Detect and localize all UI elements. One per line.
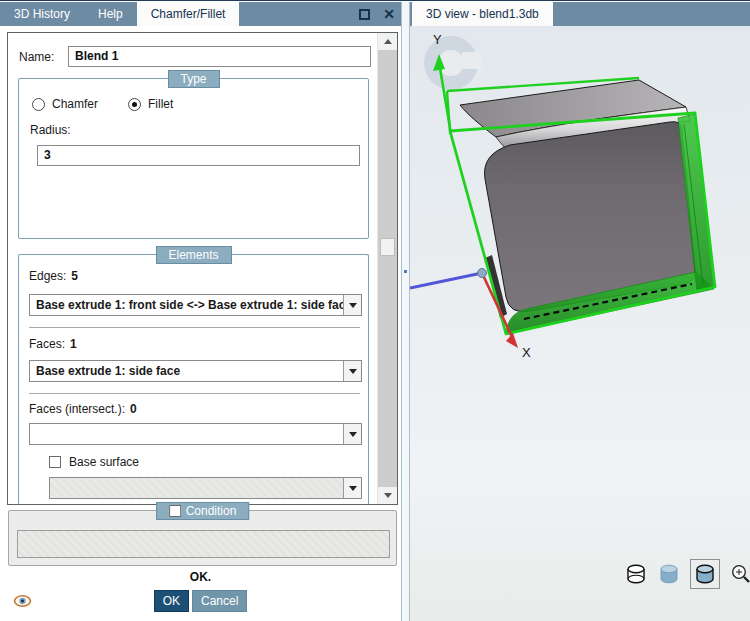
dialog-scrollbar[interactable] — [377, 33, 397, 504]
name-label: Name: — [19, 50, 61, 64]
dialog-scroll-area: Name: Blend 1 Type Chamfer — [7, 32, 398, 505]
tab-3d-view[interactable]: 3D view - blend1.3db — [412, 2, 553, 26]
splitter-handle[interactable] — [404, 270, 407, 273]
eye-icon[interactable] — [13, 593, 32, 612]
radio-chamfer-dot — [32, 98, 45, 111]
base-surface-dropdown — [49, 477, 362, 499]
tab-3d-history[interactable]: 3D History — [0, 2, 84, 26]
faces-label: Faces:1 — [29, 337, 77, 351]
edges-label: Edges:5 — [29, 269, 78, 283]
separator — [29, 327, 360, 328]
right-tab-bar: 3D view - blend1.3db — [410, 2, 750, 26]
faces-dropdown-arrow-icon[interactable] — [343, 361, 361, 381]
edges-dropdown[interactable]: Base extrude 1: front side <-> Base extr… — [29, 294, 362, 316]
render-mode-toolbar — [624, 559, 750, 589]
radius-input[interactable]: 3 — [37, 145, 360, 166]
type-group-title: Type — [167, 70, 219, 88]
dialog-panel: 3D History Help Chamfer/Fillet ✕ Name: B… — [0, 2, 401, 621]
radio-chamfer[interactable]: Chamfer — [32, 97, 98, 111]
close-icon[interactable]: ✕ — [383, 2, 395, 26]
shaded-mode-icon[interactable] — [657, 562, 681, 586]
radio-fillet-dot — [128, 98, 141, 111]
base-surface-checkbox[interactable] — [49, 456, 61, 468]
condition-group: Condition — [8, 510, 397, 566]
axis-y-label: Y — [433, 32, 442, 47]
left-tab-bar: 3D History Help Chamfer/Fillet ✕ — [0, 2, 401, 26]
radio-chamfer-label: Chamfer — [52, 97, 98, 111]
axis-x-label: X — [522, 345, 531, 360]
separator — [29, 393, 360, 394]
base-surface-dropdown-arrow-icon — [343, 478, 361, 498]
application-window: 3D History Help Chamfer/Fillet ✕ Name: B… — [0, 0, 750, 621]
scene-3d[interactable]: X Y — [410, 26, 750, 621]
faces-dropdown[interactable]: Base extrude 1: side face — [29, 360, 362, 382]
condition-input — [17, 530, 390, 558]
wireframe-mode-icon[interactable] — [624, 562, 648, 586]
scrollbar-thumb[interactable] — [380, 238, 395, 256]
scroll-up-icon[interactable] — [378, 33, 398, 50]
elements-group: Elements Edges:5 Base extrude 1: front s… — [18, 254, 369, 505]
elements-group-title: Elements — [155, 246, 231, 264]
name-input[interactable]: Blend 1 — [68, 46, 371, 67]
viewport-3d[interactable]: X Y — [410, 26, 750, 621]
condition-group-title: Condition — [156, 502, 250, 520]
faces-count: 1 — [70, 337, 77, 351]
maximize-icon[interactable] — [359, 9, 370, 20]
edges-dropdown-arrow-icon[interactable] — [343, 295, 361, 315]
origin-point[interactable] — [478, 269, 487, 278]
faces-intersect-dropdown[interactable] — [29, 423, 362, 445]
faces-intersect-label: Faces (intersect.):0 — [29, 402, 137, 416]
radio-fillet[interactable]: Fillet — [128, 97, 173, 111]
radio-fillet-label: Fillet — [148, 97, 173, 111]
scroll-down-icon[interactable] — [378, 487, 398, 504]
condition-checkbox[interactable] — [169, 505, 181, 517]
zoom-icon[interactable] — [729, 562, 750, 586]
cancel-button[interactable]: Cancel — [192, 590, 247, 612]
tab-help[interactable]: Help — [84, 2, 137, 26]
edges-count: 5 — [71, 269, 78, 283]
faces-intersect-count: 0 — [130, 402, 137, 416]
shaded-edges-mode-icon[interactable] — [690, 559, 720, 589]
panel-splitter[interactable] — [401, 2, 410, 621]
status-text: OK. — [0, 570, 401, 584]
base-surface-label: Base surface — [69, 455, 139, 469]
ok-button[interactable]: OK — [154, 590, 189, 612]
base-surface-row: Base surface — [49, 455, 139, 469]
type-group: Type Chamfer Fillet Radius: 3 — [18, 78, 369, 239]
faces-intersect-dropdown-arrow-icon[interactable] — [343, 424, 361, 444]
radius-label: Radius: — [30, 123, 71, 137]
tab-chamfer-fillet[interactable]: Chamfer/Fillet — [137, 2, 240, 26]
view-panel: 3D view - blend1.3db — [410, 2, 750, 621]
